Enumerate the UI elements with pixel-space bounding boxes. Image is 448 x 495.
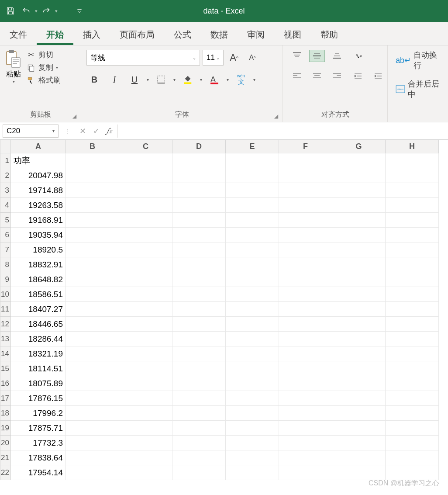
cell[interactable] [172,168,226,183]
cell[interactable] [172,213,226,228]
row-header[interactable]: 13 [0,332,11,346]
underline-button[interactable]: U [127,72,142,87]
cell[interactable] [119,183,172,198]
column-header[interactable]: H [386,140,439,153]
cell[interactable] [172,361,226,376]
cell[interactable]: 18832.91 [11,257,66,272]
tab-7[interactable]: 视图 [274,24,311,45]
copy-dropdown[interactable]: ▾ [56,65,58,70]
cell[interactable] [386,242,439,257]
cell[interactable] [332,242,386,257]
cell[interactable]: 18321.19 [11,346,66,361]
cell[interactable] [66,361,119,376]
cell[interactable] [386,391,439,406]
cell[interactable] [226,228,279,242]
column-header[interactable]: D [172,140,226,153]
cell[interactable] [66,153,119,168]
cell[interactable] [386,436,439,450]
tab-6[interactable]: 审阅 [238,24,274,45]
cell[interactable] [386,465,439,480]
column-header[interactable]: G [332,140,386,153]
cell[interactable] [279,317,332,332]
cell[interactable] [119,317,172,332]
cell[interactable] [386,317,439,332]
phonetic-button[interactable]: wén 文 [233,72,249,87]
cell[interactable] [386,421,439,436]
cell[interactable]: 18075.89 [11,376,66,391]
cell[interactable] [332,436,386,450]
cell[interactable] [226,153,279,168]
cell[interactable] [172,332,226,346]
cell[interactable] [119,228,172,242]
cell[interactable] [172,450,226,465]
cell[interactable] [332,346,386,361]
tab-0[interactable]: 文件 [0,24,37,45]
cell[interactable] [66,213,119,228]
cell[interactable]: 18586.51 [11,287,66,302]
cell[interactable] [119,213,172,228]
cell[interactable] [332,272,386,287]
cell[interactable] [119,391,172,406]
cell[interactable] [226,391,279,406]
cell[interactable] [119,436,172,450]
cell[interactable] [226,332,279,346]
undo-icon[interactable] [20,5,32,17]
paste-dropdown[interactable]: ▾ [13,79,15,84]
increase-indent-button[interactable] [370,70,386,82]
row-header[interactable]: 7 [0,242,11,257]
cell[interactable] [386,213,439,228]
cell[interactable]: 17876.15 [11,391,66,406]
save-icon[interactable] [4,5,17,17]
tab-3[interactable]: 页面布局 [110,24,164,45]
row-header[interactable]: 22 [0,465,11,480]
column-header[interactable]: E [226,140,279,153]
cell[interactable]: 17875.71 [11,421,66,436]
cell[interactable] [279,287,332,302]
column-header[interactable]: B [66,140,119,153]
tab-8[interactable]: 帮助 [311,24,348,45]
cell[interactable] [66,287,119,302]
cell[interactable] [66,272,119,287]
cell[interactable] [119,421,172,436]
cell[interactable] [226,436,279,450]
qat-more-icon[interactable] [73,5,86,17]
cell[interactable] [226,242,279,257]
cell[interactable] [119,450,172,465]
cell[interactable] [332,465,386,480]
cell[interactable] [332,376,386,391]
font-size-select[interactable]: 11 ⌄ [203,50,224,66]
cell[interactable] [332,287,386,302]
cell[interactable] [332,391,386,406]
cell[interactable]: 19168.91 [11,213,66,228]
cell[interactable] [66,257,119,272]
align-right-button[interactable] [329,70,345,82]
cell[interactable] [279,272,332,287]
cell[interactable] [226,213,279,228]
cell[interactable] [386,361,439,376]
cell[interactable] [119,287,172,302]
cell[interactable] [226,361,279,376]
cell[interactable] [172,228,226,242]
cell[interactable] [279,450,332,465]
cell[interactable] [279,406,332,421]
row-header[interactable]: 21 [0,450,11,465]
cell[interactable] [66,406,119,421]
cell[interactable] [386,272,439,287]
cell[interactable] [386,228,439,242]
cell[interactable] [172,406,226,421]
phonetic-dropdown[interactable]: ▾ [253,77,255,82]
cell[interactable] [386,332,439,346]
cell[interactable] [226,317,279,332]
underline-dropdown[interactable]: ▾ [147,77,149,82]
row-header[interactable]: 11 [0,302,11,317]
row-header[interactable]: 10 [0,287,11,302]
row-header[interactable]: 5 [0,213,11,228]
format-painter-button[interactable]: 格式刷 [26,75,61,85]
cell[interactable] [386,406,439,421]
cell[interactable] [332,228,386,242]
bold-button[interactable]: B [86,72,102,87]
cell[interactable]: 20047.98 [11,168,66,183]
cell[interactable] [119,168,172,183]
cell[interactable] [226,406,279,421]
formula-input[interactable] [117,125,448,138]
